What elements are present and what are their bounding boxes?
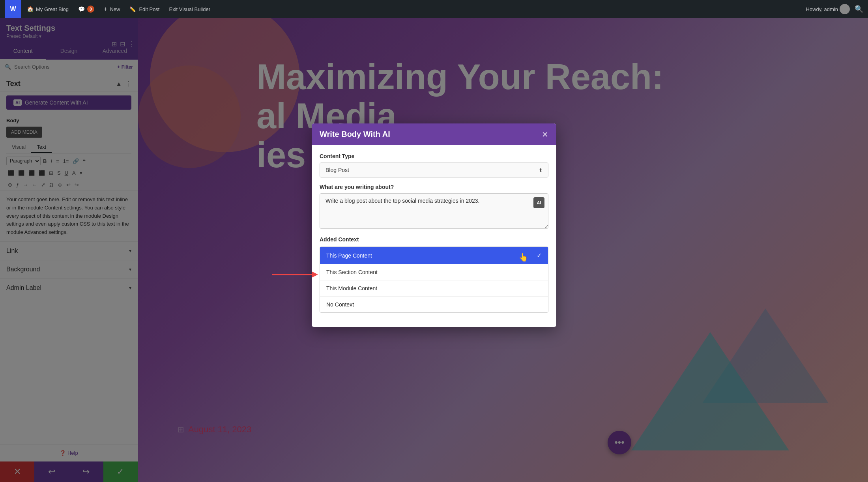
dropdown-item-no-context[interactable]: No Context bbox=[320, 296, 548, 312]
added-context-group: Added Context This Page Content 👆 ✓ This… bbox=[320, 236, 548, 313]
content-type-select[interactable]: Blog Post Article Social Post Email Othe… bbox=[320, 163, 548, 177]
dropdown-item-section-content[interactable]: This Section Content bbox=[320, 264, 548, 280]
arrow-annotation bbox=[272, 271, 318, 278]
cursor-icon: 👆 bbox=[518, 252, 528, 262]
search-icon[interactable]: 🔍 bbox=[855, 5, 863, 13]
writing-about-textarea[interactable]: Write a blog post about the top social m… bbox=[320, 193, 548, 229]
wp-logo[interactable]: W bbox=[5, 0, 21, 18]
modal-title: Write Body With AI bbox=[320, 130, 390, 139]
modal-dialog: Write Body With AI ✕ Content Type Blog P… bbox=[312, 123, 556, 327]
modal-header: Write Body With AI ✕ bbox=[312, 123, 556, 145]
added-context-label: Added Context bbox=[320, 236, 548, 243]
new-link[interactable]: + New bbox=[100, 0, 124, 18]
pencil-icon: ✏️ bbox=[129, 6, 136, 12]
content-type-group: Content Type Blog Post Article Social Po… bbox=[320, 153, 548, 177]
arrow-head bbox=[312, 271, 318, 278]
arrow-line bbox=[272, 274, 312, 275]
admin-bar-right: Howdy, admin 🔍 bbox=[806, 4, 863, 14]
dropdown-item-module-content[interactable]: This Module Content bbox=[320, 280, 548, 296]
textarea-ai-icon: AI bbox=[533, 197, 544, 208]
modal-close-button[interactable]: ✕ bbox=[542, 131, 548, 138]
exit-builder-link[interactable]: Exit Visual Builder bbox=[165, 0, 214, 18]
admin-bar: W 🏠 My Great Blog 💬 0 + New ✏️ Edit Post… bbox=[0, 0, 868, 18]
writing-about-label: What are you writing about? bbox=[320, 184, 548, 190]
comments-link[interactable]: 💬 0 bbox=[74, 0, 98, 18]
content-type-label: Content Type bbox=[320, 153, 548, 159]
comments-badge: 0 bbox=[87, 6, 94, 13]
edit-post-link[interactable]: ✏️ Edit Post bbox=[125, 0, 163, 18]
site-name-link[interactable]: 🏠 My Great Blog bbox=[23, 0, 73, 18]
modal-body: Content Type Blog Post Article Social Po… bbox=[312, 145, 556, 327]
content-type-select-wrapper: Blog Post Article Social Post Email Othe… bbox=[320, 163, 548, 177]
avatar bbox=[840, 4, 850, 14]
checkmark-icon: ✓ bbox=[537, 252, 542, 259]
howdy-text: Howdy, admin bbox=[806, 6, 838, 12]
dropdown-item-page-content[interactable]: This Page Content 👆 ✓ bbox=[320, 247, 548, 264]
context-dropdown: This Page Content 👆 ✓ This Section Conte… bbox=[320, 247, 548, 313]
textarea-wrapper: Write a blog post about the top social m… bbox=[320, 193, 548, 230]
modal-overlay: Write Body With AI ✕ Content Type Blog P… bbox=[0, 0, 868, 482]
writing-about-group: What are you writing about? Write a blog… bbox=[320, 184, 548, 230]
